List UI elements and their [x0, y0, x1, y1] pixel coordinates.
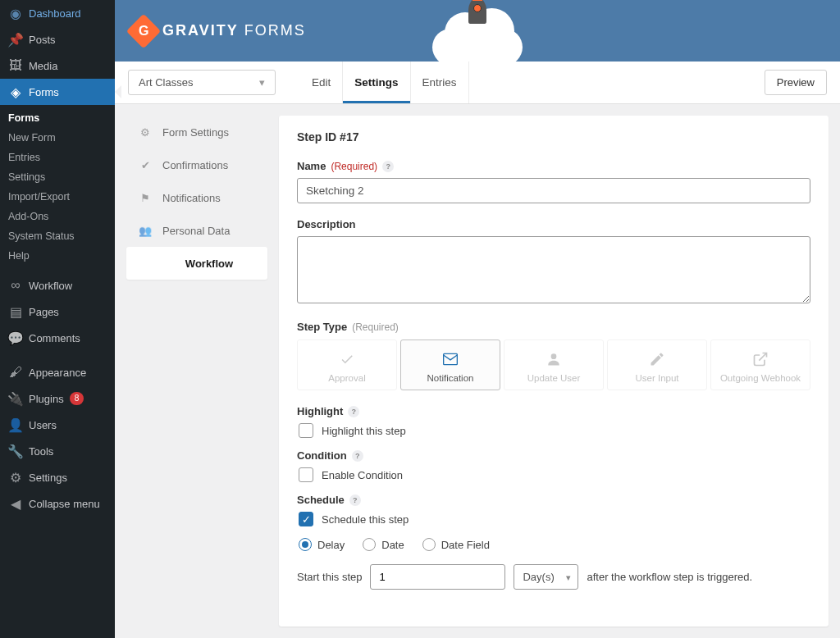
menu-users[interactable]: 👤Users	[0, 412, 115, 438]
menu-appearance[interactable]: 🖌Appearance	[0, 359, 115, 385]
tab-entries[interactable]: Entries	[411, 62, 469, 103]
main-content: G GRAVITY FORMS Art Classes ▾ Edit Setti…	[115, 0, 840, 638]
subnav-confirmations[interactable]: ✔Confirmations	[126, 148, 267, 181]
description-textarea[interactable]	[297, 236, 810, 303]
user-icon: 👤	[8, 417, 23, 432]
plug-icon: 🔌	[8, 391, 23, 406]
wrench-icon: 🔧	[8, 444, 23, 458]
menu-tools[interactable]: 🔧Tools	[0, 438, 115, 464]
forms-submenu: Forms New Form Entries Settings Import/E…	[0, 105, 115, 272]
menu-pages[interactable]: ▤Pages	[0, 298, 115, 325]
svg-point-1	[551, 353, 557, 359]
delay-unit-select[interactable]: Day(s)	[514, 564, 578, 590]
panel-title: Step ID #17	[297, 130, 810, 144]
comments-icon: 💬	[8, 330, 23, 345]
gear-icon: ⚙	[138, 125, 153, 139]
step-type-outgoing-webhook[interactable]: Outgoing Webhook	[710, 340, 810, 390]
external-link-icon	[716, 349, 805, 370]
start-step-text: Start this step	[297, 571, 362, 583]
workflow-icon: ∞	[8, 278, 23, 293]
schedule-mode-radios: Delay Date Date Field	[297, 538, 810, 551]
submenu-help[interactable]: Help	[0, 246, 115, 266]
schedule-delay-config: Start this step Day(s) after the workflo…	[297, 564, 810, 590]
menu-forms[interactable]: ◈Forms	[0, 79, 115, 105]
name-input[interactable]	[297, 178, 810, 203]
step-type-approval[interactable]: Approval	[297, 340, 397, 390]
wp-admin-sidebar: ◉Dashboard 📌Posts 🖽Media ◈Forms Forms Ne…	[0, 0, 115, 638]
subnav-personal-data[interactable]: 👥Personal Data	[126, 214, 267, 247]
menu-workflow[interactable]: ∞Workflow	[0, 272, 115, 298]
forms-icon: ◈	[8, 84, 23, 99]
submenu-system-status[interactable]: System Status	[0, 226, 115, 246]
rocket-graphic	[432, 29, 523, 62]
menu-collapse[interactable]: ◀Collapse menu	[0, 490, 115, 517]
radio-date[interactable]: Date	[363, 538, 404, 551]
help-icon[interactable]: ?	[348, 406, 359, 417]
flag-icon: ⚑	[138, 190, 153, 205]
collapse-icon: ◀	[8, 496, 23, 511]
radio-date-field[interactable]: Date Field	[422, 538, 490, 551]
brush-icon: 🖌	[8, 365, 23, 380]
workflow-icon	[138, 256, 153, 271]
condition-checkbox-label: Enable Condition	[322, 469, 403, 481]
dashboard-icon: ◉	[8, 6, 23, 21]
step-type-update-user[interactable]: Update User	[504, 340, 604, 390]
envelope-icon	[406, 349, 495, 370]
submenu-import-export[interactable]: Import/Export	[0, 187, 115, 207]
check-icon	[303, 349, 391, 370]
menu-dashboard[interactable]: ◉Dashboard	[0, 0, 115, 26]
condition-label: Condition?	[297, 449, 810, 462]
svg-rect-0	[444, 353, 458, 364]
highlight-checkbox[interactable]	[299, 423, 313, 438]
form-selector[interactable]: Art Classes ▾	[128, 70, 276, 95]
subnav-notifications[interactable]: ⚑Notifications	[126, 181, 267, 214]
tab-settings[interactable]: Settings	[343, 62, 410, 103]
tab-edit[interactable]: Edit	[300, 62, 343, 103]
submenu-entries[interactable]: Entries	[0, 148, 115, 167]
condition-checkbox[interactable]	[299, 467, 313, 482]
schedule-checkbox-label: Schedule this step	[322, 513, 409, 526]
logo-icon: G	[126, 13, 161, 48]
schedule-checkbox[interactable]: ✓	[299, 512, 313, 526]
submenu-settings[interactable]: Settings	[0, 167, 115, 187]
user-icon	[509, 349, 598, 370]
media-icon: 🖽	[8, 58, 23, 73]
radio-delay[interactable]: Delay	[299, 538, 345, 551]
delay-number-input[interactable]	[370, 564, 505, 590]
menu-plugins[interactable]: 🔌Plugins 8	[0, 385, 115, 412]
schedule-label: Schedule?	[297, 494, 810, 506]
submenu-new-form[interactable]: New Form	[0, 128, 115, 148]
sliders-icon: ⚙	[8, 470, 23, 485]
help-icon[interactable]: ?	[349, 494, 361, 506]
subnav-form-settings[interactable]: ⚙Form Settings	[126, 116, 267, 148]
subnav-workflow[interactable]: Workflow	[126, 247, 267, 280]
pencil-icon	[613, 349, 701, 370]
help-icon[interactable]: ?	[382, 161, 394, 172]
highlight-label: Highlight?	[297, 405, 810, 417]
step-type-user-input[interactable]: User Input	[607, 340, 707, 390]
menu-posts[interactable]: 📌Posts	[0, 26, 115, 52]
menu-comments[interactable]: 💬Comments	[0, 325, 115, 351]
chevron-down-icon: ▾	[259, 76, 265, 89]
form-tabs: Edit Settings Entries	[300, 62, 469, 103]
submenu-forms[interactable]: Forms	[0, 108, 115, 128]
step-type-notification[interactable]: Notification	[400, 340, 500, 390]
settings-content: ⚙Form Settings ✔Confirmations ⚑Notificat…	[115, 104, 840, 638]
gravity-forms-header: G GRAVITY FORMS	[115, 0, 840, 62]
preview-button[interactable]: Preview	[765, 70, 827, 95]
help-icon[interactable]: ?	[352, 450, 363, 462]
submenu-addons[interactable]: Add-Ons	[0, 207, 115, 226]
plugins-badge: 8	[70, 392, 84, 405]
settings-subnav: ⚙Form Settings ✔Confirmations ⚑Notificat…	[126, 116, 267, 627]
description-label: Description	[297, 218, 810, 230]
check-circle-icon: ✔	[138, 157, 153, 172]
people-icon: 👥	[138, 223, 153, 238]
after-text: after the workflow step is triggered.	[587, 571, 752, 583]
form-toolbar: Art Classes ▾ Edit Settings Entries Prev…	[115, 62, 840, 104]
menu-settings[interactable]: ⚙Settings	[0, 464, 115, 490]
step-type-options: Approval Notification Update User User I…	[297, 340, 810, 390]
pages-icon: ▤	[8, 304, 23, 319]
menu-media[interactable]: 🖽Media	[0, 52, 115, 79]
highlight-checkbox-label: Highlight this step	[322, 425, 406, 437]
pin-icon: 📌	[8, 32, 23, 47]
